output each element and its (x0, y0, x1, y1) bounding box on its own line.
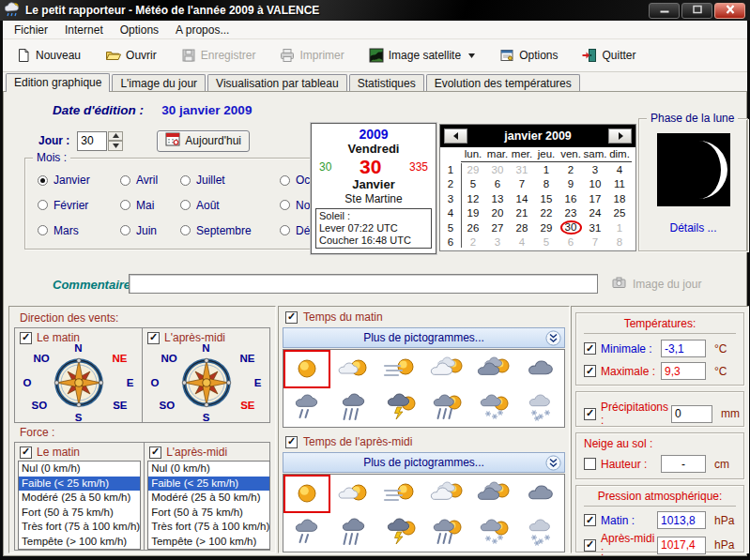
compass-point-o[interactable]: O (23, 377, 32, 388)
close-button[interactable] (714, 3, 745, 19)
calendar-day[interactable]: 23 (559, 207, 583, 219)
calendar-day[interactable]: 9 (559, 178, 583, 189)
calendar-day[interactable]: 29 (534, 222, 559, 234)
calendar-day[interactable]: 2 (559, 164, 583, 175)
menu-item-options[interactable]: Options (112, 22, 167, 38)
comments-input[interactable] (129, 274, 598, 294)
calendar-day[interactable]: 3 (485, 236, 510, 248)
pictogram-sun-haze[interactable] (377, 475, 424, 513)
pictogram-rain-shower-sun[interactable] (423, 388, 470, 427)
calendar-day[interactable]: 13 (485, 193, 510, 204)
pictogram-snow-shower-sun[interactable] (470, 513, 517, 552)
pictogram-cloud-heavy-rain[interactable] (330, 388, 377, 427)
afternoon-direction-checkbox[interactable]: ✓ (147, 332, 160, 344)
calendar-next-button[interactable] (608, 129, 632, 144)
calendar-day[interactable]: 27 (485, 222, 510, 234)
toolbar-button-quitter[interactable]: Quitter (578, 45, 639, 66)
calendar-day[interactable]: 31 (583, 222, 607, 234)
force-option-mod-r-25-50-km-h[interactable]: Modéré (25 à 50 km/h) (19, 491, 140, 506)
force-option-nul-0-km-h[interactable]: Nul (0 km/h) (148, 462, 269, 477)
month-radio-juin[interactable]: Juin (120, 218, 180, 243)
compass-point-n[interactable]: N (202, 342, 209, 354)
compass-point-so[interactable]: SO (32, 400, 48, 411)
month-radio-janvier[interactable]: Janvier (38, 168, 120, 193)
force-option-mod-r-25-50-km-h[interactable]: Modéré (25 à 50 km/h) (148, 491, 269, 506)
double-chevron-down-icon[interactable] (545, 455, 561, 471)
calendar-day[interactable]: 30 (559, 220, 583, 235)
force-option-nul-0-km-h[interactable]: Nul (0 km/h) (19, 462, 140, 477)
pictogram-cloud[interactable] (517, 475, 564, 513)
calendar-day[interactable]: 18 (607, 193, 632, 204)
pictogram-sun-small-cloud[interactable] (330, 475, 377, 513)
maximize-button[interactable] (681, 3, 712, 19)
pictogram-snow-shower-sun[interactable] (470, 388, 517, 427)
compass-point-ne[interactable]: NE (113, 353, 128, 364)
morning-pressure-input[interactable] (657, 511, 706, 529)
calendar-day[interactable]: 31 (510, 164, 534, 175)
min-temperature-checkbox[interactable]: ✓ (584, 342, 596, 355)
min-temperature-input[interactable] (661, 340, 706, 357)
calendar-day[interactable]: 5 (461, 178, 485, 189)
compass-point-n[interactable]: N (74, 342, 82, 354)
morning-pressure-checkbox[interactable]: ✓ (584, 514, 596, 526)
menu-item-a-propos[interactable]: A propos... (167, 22, 237, 38)
calendar-day[interactable]: 7 (510, 178, 534, 189)
force-option-faible-25-km-h[interactable]: Faible (< 25 km/h) (19, 477, 140, 492)
pictogram-snow[interactable] (517, 513, 564, 552)
tab-l-image-du-jour[interactable]: L'image du jour (112, 74, 206, 91)
today-button[interactable]: Aujourd'hui (157, 130, 250, 152)
calendar-day[interactable]: 30 (485, 164, 510, 175)
morning-direction-checkbox[interactable]: ✓ (20, 332, 32, 344)
afternoon-pressure-checkbox[interactable]: ✓ (584, 539, 596, 552)
day-input[interactable] (77, 131, 107, 151)
compass-point-so[interactable]: SO (160, 400, 176, 411)
title-bar[interactable]: Le petit rapporteur - Météo de l'année 2… (0, 0, 750, 21)
tab-visualisation-par-tableau[interactable]: Visualisation par tableau (207, 74, 347, 91)
pictogram-cloud-heavy-rain[interactable] (330, 513, 377, 552)
month-radio-mars[interactable]: Mars (38, 218, 120, 243)
spin-up-button[interactable] (108, 131, 123, 142)
month-radio-juillet[interactable]: Juillet (180, 168, 280, 193)
afternoon-weather-checkbox[interactable]: ✓ (285, 436, 298, 448)
calendar-day[interactable]: 29 (461, 164, 485, 175)
compass-point-ne[interactable]: NE (240, 353, 255, 364)
calendar-day[interactable]: 17 (583, 193, 607, 204)
pictogram-thunderstorm-sun[interactable] (377, 388, 424, 427)
force-option-temp-te-100-km-h[interactable]: Tempête (> 100 km/h) (148, 535, 269, 550)
compass-point-e[interactable]: E (127, 377, 134, 388)
calendar-day[interactable]: 1 (607, 222, 632, 234)
calendar-day[interactable]: 24 (583, 207, 607, 219)
calendar-day[interactable]: 4 (607, 164, 632, 175)
toolbar-button-nouveau[interactable]: Nouveau (12, 45, 84, 66)
pictogram-dark-clouds-sun[interactable] (470, 350, 517, 388)
calendar-day[interactable]: 14 (510, 193, 534, 204)
minimize-button[interactable] (649, 3, 680, 19)
calendar-day[interactable]: 3 (583, 164, 607, 175)
more-pictograms-banner-afternoon[interactable]: Plus de pictogrammes... (283, 452, 565, 473)
calendar-day[interactable]: 2 (461, 236, 485, 248)
tab-evolution-des-temp-ratures[interactable]: Evolution des températures (426, 74, 580, 91)
toolbar-button-ouvrir[interactable]: Ouvrir (101, 45, 161, 66)
morning-force-checkbox[interactable]: ✓ (20, 446, 32, 459)
pictogram-dark-clouds-sun[interactable] (470, 475, 517, 513)
calendar-day[interactable]: 8 (534, 178, 559, 189)
calendar-day[interactable]: 1 (534, 164, 559, 175)
moon-details-link[interactable]: Détails ... (669, 221, 716, 235)
morning-weather-checkbox[interactable]: ✓ (285, 311, 298, 324)
pictogram-thunderstorm-sun[interactable] (377, 513, 424, 552)
calendar-day[interactable]: 10 (583, 178, 607, 189)
dropdown-arrow-icon[interactable] (468, 53, 475, 58)
calendar-day[interactable]: 11 (607, 178, 632, 189)
menu-item-internet[interactable]: Internet (56, 22, 112, 38)
pictogram-sun[interactable] (283, 475, 330, 513)
afternoon-force-checkbox[interactable]: ✓ (149, 446, 161, 459)
more-pictograms-banner-morning[interactable]: Plus de pictogrammes... (283, 327, 565, 348)
snow-height-input[interactable] (661, 455, 706, 473)
force-option-fort-50-75-km-h[interactable]: Fort (50 à 75 km/h) (148, 506, 269, 521)
month-radio-avril[interactable]: Avril (120, 168, 180, 193)
compass-point-se[interactable]: SE (240, 400, 254, 411)
compass-point-s[interactable]: S (203, 412, 210, 423)
toolbar-button-image-satellite[interactable]: Image satellite (365, 45, 479, 66)
calendar-day[interactable]: 16 (559, 193, 583, 204)
month-radio-f-vrier[interactable]: Février (38, 193, 120, 219)
